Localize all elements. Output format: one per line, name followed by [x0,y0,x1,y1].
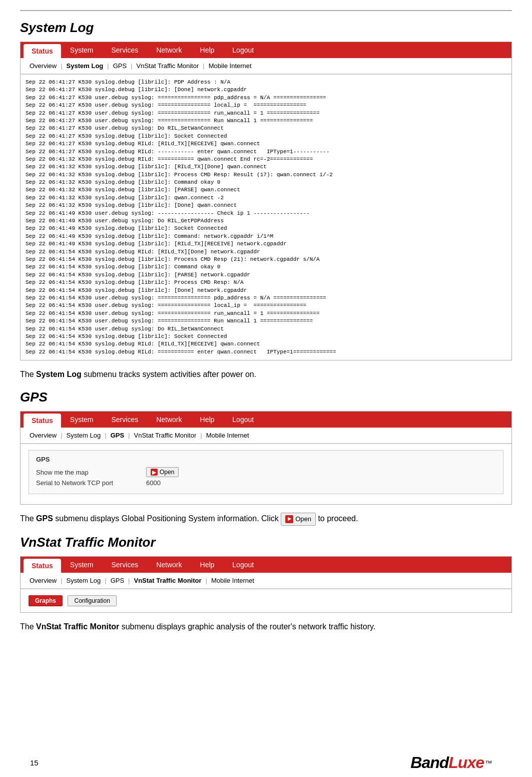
nav-item-network-1[interactable]: Network [147,42,191,58]
vnstat-description: The VnStat Traffic Monitor submenu displ… [20,621,512,633]
section-title-vnstat: VnStat Traffic Monitor [20,535,512,550]
logo-tm: ™ [485,759,492,767]
nav-item-help-1[interactable]: Help [191,42,224,58]
subnav-vnstat-1[interactable]: VnStat Traffic Monitor [134,61,202,71]
subnav-overview-3[interactable]: Overview [27,576,60,585]
gps-box-title: GPS [36,456,496,463]
subnav-gps-3[interactable]: GPS [108,576,127,585]
subnav-bar-system-log: Overview | System Log | GPS | VnStat Tra… [21,58,511,74]
subnav-overview-1[interactable]: Overview [27,61,60,71]
subnav-gps-2[interactable]: GPS [108,431,127,440]
subnav-vnstat-2[interactable]: VnStat Traffic Monitor [131,431,199,440]
nav-bar-vnstat: Status System Services Network Help Logo… [21,557,511,573]
router-frame-vnstat: Status System Services Network Help Logo… [20,556,512,613]
logo-luxe: Luxe [448,753,484,771]
nav-item-services-3[interactable]: Services [102,557,147,573]
open-icon-inline: ▶ [285,515,293,523]
subnav-bar-gps: Overview | System Log | GPS | VnStat Tra… [21,428,511,444]
subnav-overview-2[interactable]: Overview [27,431,60,440]
gps-map-label: Show me the map [36,469,146,476]
subnav-bar-vnstat: Overview | System Log | GPS | VnStat Tra… [21,573,511,589]
gps-row-port: Serial to Network TCP port 6000 [36,479,496,487]
log-content-area: Sep 22 06:41:27 K530 syslog.debug [libri… [21,74,511,360]
gps-description: The GPS submenu displays Global Position… [20,513,512,526]
gps-row-map: Show me the map ▶ Open [36,467,496,477]
open-label-inline: Open [295,514,311,524]
nav-item-help-3[interactable]: Help [191,557,224,573]
nav-item-logout-2[interactable]: Logout [223,412,263,428]
nav-item-status-3[interactable]: Status [24,559,61,573]
nav-item-status-2[interactable]: Status [24,414,61,428]
nav-item-system-3[interactable]: System [61,557,103,573]
open-icon: ▶ [151,469,158,476]
open-button-inline[interactable]: ▶ Open [281,513,316,526]
graphs-button[interactable]: Graphs [29,595,63,606]
open-map-button[interactable]: ▶ Open [146,467,179,477]
nav-bar-gps: Status System Services Network Help Logo… [21,412,511,428]
nav-item-system-1[interactable]: System [61,42,103,58]
configuration-button[interactable]: Configuration [68,595,116,606]
router-frame-system-log: Status System Services Network Help Logo… [20,42,512,360]
vnstat-content-area: Graphs Configuration [21,589,511,612]
page-number: 15 [30,758,39,767]
subnav-mobileinternet-1[interactable]: Mobile Internet [206,61,255,71]
system-log-description: The System Log submenu tracks system act… [20,368,512,380]
section-title-system-log: System Log [20,20,512,36]
gps-content-area: GPS Show me the map ▶ Open Serial to Net… [21,444,511,504]
nav-item-logout-3[interactable]: Logout [223,557,263,573]
logo-band: Band [410,753,448,771]
nav-item-system-2[interactable]: System [61,412,103,428]
brandluxe-logo: BandLuxe ™ [410,753,492,772]
nav-bar-system-log: Status System Services Network Help Logo… [21,42,511,58]
gps-port-label: Serial to Network TCP port [36,479,146,487]
section-title-gps: GPS [20,390,512,405]
nav-item-services-1[interactable]: Services [102,42,147,58]
nav-item-logout-1[interactable]: Logout [223,42,263,58]
subnav-vnstat-3[interactable]: VnStat Traffic Monitor [131,576,204,585]
subnav-mobileinternet-3[interactable]: Mobile Internet [208,576,257,585]
open-button-label: Open [160,469,174,476]
router-frame-gps: Status System Services Network Help Logo… [20,411,512,505]
subnav-systemlog-1[interactable]: System Log [64,61,107,71]
nav-item-help-2[interactable]: Help [191,412,224,428]
subnav-systemlog-2[interactable]: System Log [64,431,104,440]
nav-item-status-1[interactable]: Status [24,44,61,58]
nav-item-services-2[interactable]: Services [102,412,147,428]
subnav-systemlog-3[interactable]: System Log [64,576,104,585]
gps-port-value: 6000 [146,479,161,487]
subnav-mobileinternet-2[interactable]: Mobile Internet [203,431,252,440]
subnav-gps-1[interactable]: GPS [110,61,130,71]
nav-item-network-2[interactable]: Network [147,412,191,428]
gps-content-box: GPS Show me the map ▶ Open Serial to Net… [29,450,503,494]
nav-item-network-3[interactable]: Network [147,557,191,573]
